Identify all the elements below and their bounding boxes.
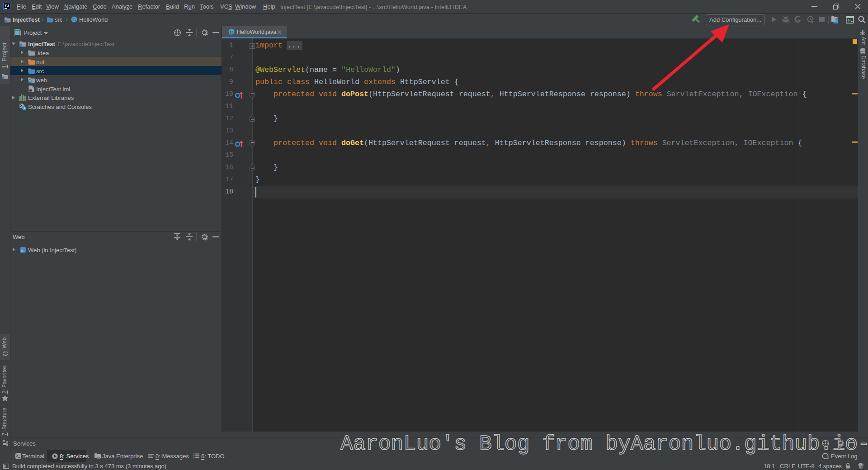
svg-text:C: C [73, 17, 76, 22]
svg-text:C: C [230, 29, 233, 34]
svg-text:IJ: IJ [5, 4, 9, 9]
svg-text:AaronLuo's Blog from byAaronlu: AaronLuo's Blog from byAaronluo.github.i… [340, 432, 868, 456]
